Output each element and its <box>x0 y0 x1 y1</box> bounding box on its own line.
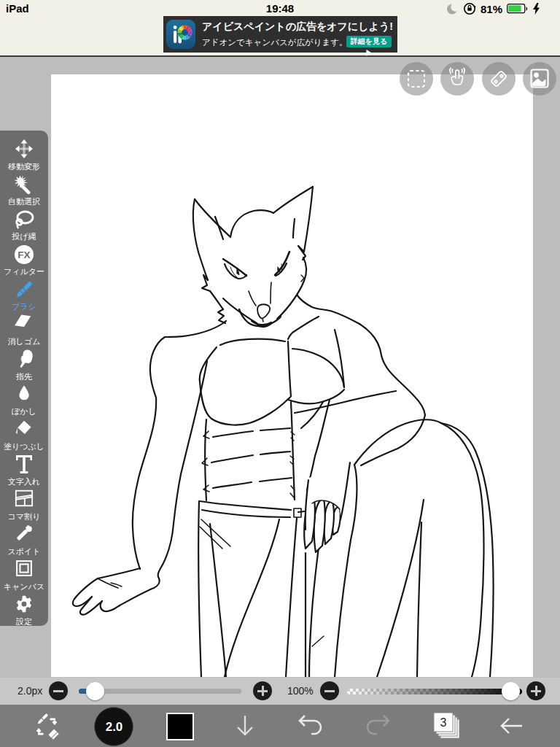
svg-text:FX: FX <box>18 249 30 260</box>
svg-text:3: 3 <box>440 716 447 729</box>
